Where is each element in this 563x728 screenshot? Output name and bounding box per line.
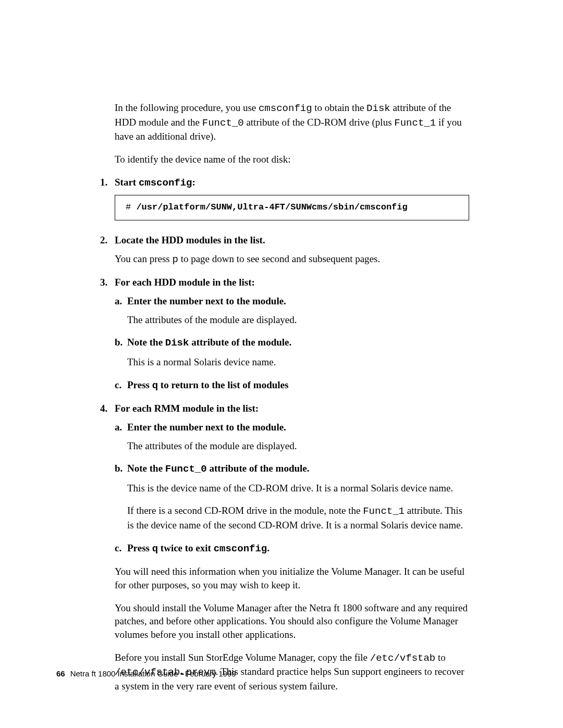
substep-label: Press q twice to exit cmsconfig. [127, 541, 469, 556]
step-label: For each RMM module in the list: [115, 402, 469, 415]
step-number: 4. [100, 402, 115, 415]
closing-paragraph-2: You should install the Volume Manager af… [115, 601, 469, 641]
step-4a: a. Enter the number next to the module. [115, 421, 469, 434]
text: Start [115, 177, 139, 188]
prompt: # [126, 202, 136, 212]
text: In the following procedure, you use [115, 102, 259, 113]
step-4b-desc-1: This is the device name of the CD-ROM dr… [127, 482, 469, 495]
intro-paragraph-1: In the following procedure, you use cmsc… [115, 101, 469, 143]
footer-title: Netra ft 1800 Installation Guide • Febru… [70, 669, 236, 678]
text: attribute of the module. [189, 337, 291, 348]
substep-label: Note the Disk attribute of the module. [127, 336, 469, 350]
substep-letter: a. [115, 421, 127, 434]
text: If there is a second CD-ROM drive in the… [127, 505, 363, 516]
substep-label: Enter the number next to the module. [127, 421, 469, 434]
code-vfstab: /etc/vfstab [370, 652, 435, 664]
text: Note the [127, 337, 165, 348]
text: attribute of the CD-ROM drive (plus [244, 117, 395, 128]
text: Press [127, 542, 152, 553]
step-4c: c. Press q twice to exit cmsconfig. [115, 541, 469, 556]
text: Before you install Sun StorEdge Volume M… [115, 652, 370, 663]
step-number: 1. [100, 176, 115, 190]
step-label: For each HDD module in the list: [115, 276, 469, 289]
code-disk: Disk [366, 103, 390, 114]
code-funct1: Funct_1 [394, 117, 436, 129]
text: to return to the list of modules [158, 379, 288, 390]
code-cmsconfig: cmsconfig [259, 103, 312, 114]
step-2: 2. Locate the HDD modules in the list. [100, 233, 469, 247]
substep-letter: b. [115, 462, 127, 476]
step-3c: c. Press q to return to the list of modu… [115, 378, 469, 393]
code-funct1: Funct_1 [363, 505, 405, 517]
text: to [435, 652, 446, 663]
page-number: 66 [56, 669, 65, 678]
substep-letter: a. [115, 294, 127, 308]
page-footer: 66Netra ft 1800 Installation Guide • Feb… [56, 669, 236, 679]
step-4a-desc: The attributes of the module are display… [127, 439, 469, 453]
code-q: q [152, 380, 158, 391]
step-3a: a. Enter the number next to the module. [115, 294, 469, 308]
step-label: Start cmsconfig: [115, 176, 469, 190]
text: You can press [115, 253, 172, 264]
step-4: 4. For each RMM module in the list: [100, 402, 469, 415]
step-3: 3. For each HDD module in the list: [100, 276, 469, 289]
closing-paragraph-1: You will need this information when you … [115, 565, 469, 591]
code-funct0: Funct_0 [165, 463, 207, 475]
step-number: 3. [100, 276, 115, 289]
text: to page down to see second and subsequen… [178, 253, 380, 264]
page-content: In the following procedure, you use cmsc… [115, 101, 469, 702]
step-3b: b. Note the Disk attribute of the module… [115, 336, 469, 350]
step-number: 2. [100, 233, 115, 247]
code-cmsconfig: cmsconfig [214, 543, 267, 554]
step-3b-desc: This is a normal Solaris device name. [127, 355, 469, 369]
code-funct0: Funct_0 [202, 117, 244, 129]
text: to obtain the [312, 102, 366, 113]
code-q: q [152, 543, 158, 554]
text: . [267, 542, 270, 553]
text: Note the [127, 463, 165, 474]
step-1: 1. Start cmsconfig: [100, 176, 469, 190]
text: attribute of the module. [207, 463, 310, 474]
substep-label: Note the Funct_0 attribute of the module… [127, 462, 469, 476]
text: twice to exit [158, 542, 214, 553]
text: : [192, 177, 195, 188]
step-4b-desc-2: If there is a second CD-ROM drive in the… [127, 504, 469, 532]
code-cmsconfig: cmsconfig [139, 177, 192, 189]
step-2-desc: You can press p to page down to see seco… [115, 252, 469, 267]
substep-letter: b. [115, 336, 127, 350]
step-label: Locate the HDD modules in the list. [115, 233, 469, 247]
substep-label: Enter the number next to the module. [127, 294, 469, 308]
code-block: # /usr/platform/SUNW,Ultra-4FT/SUNWcms/s… [115, 195, 469, 220]
code-p: p [172, 254, 178, 265]
substep-letter: c. [115, 541, 127, 556]
code-disk: Disk [165, 337, 189, 349]
command: /usr/platform/SUNW,Ultra-4FT/SUNWcms/sbi… [136, 202, 407, 212]
text: Press [127, 379, 152, 390]
intro-paragraph-2: To identify the device name of the root … [115, 153, 469, 166]
step-4b: b. Note the Funct_0 attribute of the mod… [115, 462, 469, 476]
substep-letter: c. [115, 378, 127, 393]
substep-label: Press q to return to the list of modules [127, 378, 469, 393]
step-3a-desc: The attributes of the module are display… [127, 313, 469, 327]
